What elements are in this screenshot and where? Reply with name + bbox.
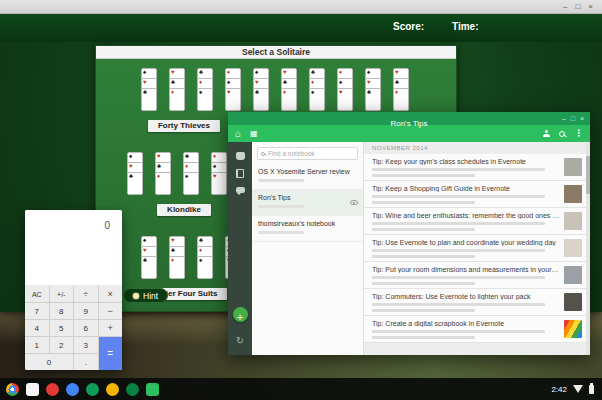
note-thumbnail	[564, 266, 582, 284]
note-thumbnail	[564, 293, 582, 311]
calc-key-9[interactable]: 9	[74, 303, 98, 319]
note-list-item[interactable]: Tip: Put your room dimensions and measur…	[364, 262, 590, 289]
note-thumbnail	[564, 239, 582, 257]
card-pile[interactable]: ♠♥♣	[141, 236, 159, 284]
card-pile[interactable]: ♠♥♣	[253, 68, 271, 116]
shelf-app-slides[interactable]	[106, 383, 119, 396]
solitaire-titlebar: – □ ×	[0, 0, 602, 14]
calc-key-6[interactable]: 6	[74, 320, 98, 336]
calc-key-−[interactable]: −	[99, 303, 123, 319]
card-pile[interactable]: ♠♥♣	[127, 152, 145, 200]
card-pile[interactable]: ♣♦♠	[183, 152, 201, 200]
calc-key-=[interactable]: =	[99, 337, 123, 370]
note-snippet-line	[372, 168, 545, 171]
elephant-icon[interactable]	[236, 152, 245, 160]
card-preview: ♠♥♣♥♣♦♣♦♠♦♠♥♠♥♣♥♣♦♣♦♠♦♠♥♠♥♣♥♣♦	[96, 68, 456, 116]
account-icon[interactable]	[542, 130, 550, 138]
card-pile[interactable]: ♦♠♥	[225, 68, 243, 116]
home-icon[interactable]: ⌂	[235, 129, 241, 139]
notebook-item[interactable]: OS X Yosemite Server review	[252, 164, 363, 190]
notebook-item-selected[interactable]: Ron's Tips	[252, 190, 363, 216]
card-pile[interactable]: ♠♥♣	[141, 68, 159, 116]
notebook-icon[interactable]	[236, 169, 244, 178]
card-pile[interactable]: ♣♦♠	[197, 236, 215, 284]
note-title: Tip: Commuters: Use Evernote to lighten …	[372, 293, 560, 300]
calc-key-÷[interactable]: ÷	[74, 286, 98, 302]
calc-key-×[interactable]: ×	[99, 286, 123, 302]
calc-key-3[interactable]: 3	[74, 337, 98, 353]
shelf-app-gmail[interactable]	[26, 383, 39, 396]
card-pile[interactable]: ♣♦♠	[197, 68, 215, 116]
notebook-item[interactable]: thomsirveaux's notebook	[252, 216, 363, 242]
new-note-button[interactable]	[233, 307, 248, 322]
notebook-search[interactable]	[257, 147, 358, 160]
minimize-icon[interactable]: –	[562, 115, 566, 122]
notebook-search-input[interactable]	[268, 150, 354, 157]
maximize-icon[interactable]: □	[575, 3, 580, 11]
calc-key-+[interactable]: +	[99, 320, 123, 336]
calc-key-.[interactable]: .	[74, 354, 98, 370]
calc-key-4[interactable]: 4	[25, 320, 49, 336]
calc-key-AC[interactable]: AC	[25, 286, 49, 302]
note-list-item[interactable]: Tip: Wine and beer enthusiasts: remember…	[364, 208, 590, 235]
close-icon[interactable]: ×	[580, 115, 584, 122]
minimize-icon[interactable]: –	[563, 3, 567, 11]
note-snippet-line	[372, 201, 475, 204]
card-pile[interactable]: ♣♦♠	[309, 68, 327, 116]
scrollbar-thumb[interactable]	[586, 156, 590, 194]
overflow-menu-icon[interactable]: ⋮	[574, 129, 583, 138]
shelf-app-sheets[interactable]	[86, 383, 99, 396]
note-list-item[interactable]: Tip: Create a digital scrapbook in Evern…	[364, 316, 590, 343]
sync-icon[interactable]: ↻	[236, 336, 244, 346]
card-pile[interactable]: ♥♣♦	[281, 68, 299, 116]
solitaire-option-label[interactable]: Forty Thieves	[148, 120, 220, 132]
note-list-item[interactable]: Tip: Keep a Shopping Gift Guide in Evern…	[364, 181, 590, 208]
card-pile[interactable]: ♥♣♦	[169, 68, 187, 116]
note-title: Tip: Keep a Shopping Gift Guide in Evern…	[372, 185, 560, 192]
calculator-display: 0	[25, 210, 122, 286]
notebooks-grid-icon[interactable]: ▦	[250, 130, 258, 138]
window-title: Ron's Tips	[390, 119, 427, 128]
notebook-meta	[258, 205, 304, 208]
card-pile[interactable]: ♥♣♦	[393, 68, 411, 116]
note-list-item[interactable]: Tip: Keep your gym's class schedules in …	[364, 154, 590, 181]
shelf-app-chrome[interactable]	[6, 383, 19, 396]
shelf-apps	[0, 383, 159, 396]
note-list-item[interactable]: Tip: Use Evernote to plan and coordinate…	[364, 235, 590, 262]
notebook-meta	[258, 231, 304, 234]
time-label: Time:	[452, 21, 479, 32]
card-pile[interactable]: ♦♠♥	[211, 152, 229, 200]
shared-eye-icon	[350, 200, 358, 205]
note-title: Tip: Use Evernote to plan and coordinate…	[372, 239, 560, 246]
maximize-icon[interactable]: □	[571, 115, 575, 122]
calc-key-8[interactable]: 8	[50, 303, 74, 319]
calc-key-7[interactable]: 7	[25, 303, 49, 319]
card-pile[interactable]: ♦♠♥	[337, 68, 355, 116]
shelf-app-drive[interactable]	[66, 383, 79, 396]
solitaire-option-label[interactable]: Klondike	[157, 204, 211, 216]
calc-key-0[interactable]: 0	[25, 354, 73, 370]
card-pile[interactable]: ♥♣♦	[155, 152, 173, 200]
card-pile[interactable]: ♥♣♦	[169, 236, 187, 284]
calc-key-1[interactable]: 1	[25, 337, 49, 353]
shelf-app-evernote[interactable]	[146, 383, 159, 396]
calc-key-2[interactable]: 2	[50, 337, 74, 353]
shelf-app-hangouts[interactable]	[126, 383, 139, 396]
search-icon[interactable]	[559, 131, 565, 137]
calc-key-+/-[interactable]: +/-	[50, 286, 74, 302]
status-tray[interactable]: 2:42	[551, 385, 602, 394]
hint-button[interactable]: Hint	[123, 288, 168, 303]
chat-icon[interactable]	[236, 187, 245, 193]
evernote-body: ↻ OS X Yosemite Server review Ron's Tips	[228, 142, 590, 355]
close-icon[interactable]: ×	[588, 3, 593, 11]
shelf-app-youtube[interactable]	[46, 383, 59, 396]
note-snippet-line	[372, 195, 545, 198]
search-icon	[261, 152, 265, 156]
card-pile[interactable]: ♠♥♣	[365, 68, 383, 116]
score-label: Score:	[393, 21, 424, 32]
calc-key-5[interactable]: 5	[50, 320, 74, 336]
note-list-item[interactable]: Tip: Commuters: Use Evernote to lighten …	[364, 289, 590, 316]
shelf: 2:42	[0, 378, 602, 400]
clock: 2:42	[551, 385, 567, 394]
note-list-panel: NOVEMBER 2014 Tip: Keep your gym's class…	[364, 142, 590, 355]
